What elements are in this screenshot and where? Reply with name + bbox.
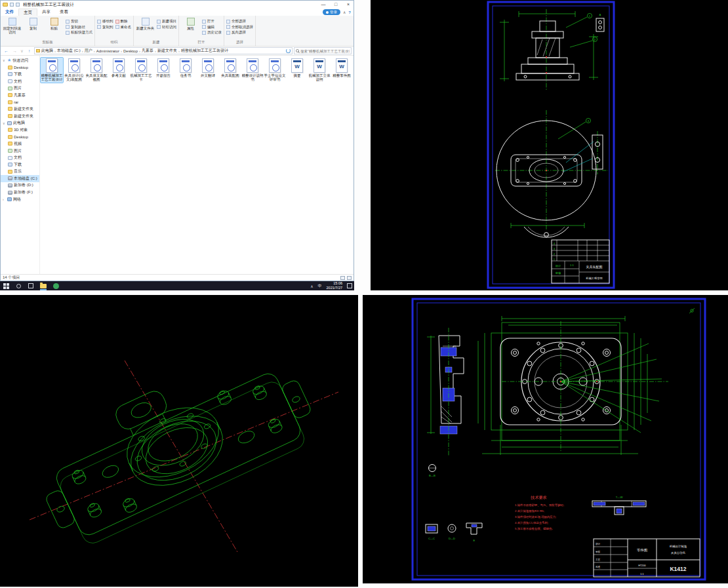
copy-button[interactable]: 复制 xyxy=(24,17,43,40)
tray-expand-icon[interactable]: ∧ xyxy=(310,284,313,288)
breadcrumb-segment[interactable]: 此电脑 xyxy=(41,48,54,54)
file-item[interactable]: 学士学位论文评审书 xyxy=(264,58,286,83)
file-item[interactable]: 精整零件图 xyxy=(331,58,353,83)
select-all-button[interactable]: 全部选择 xyxy=(226,19,253,24)
sidebar-item-downloads-pc[interactable]: 下载 xyxy=(1,161,39,168)
file-item[interactable]: 机械加工工艺卡 xyxy=(130,58,152,83)
back-button[interactable]: ← xyxy=(3,47,10,54)
file-item[interactable]: 精整机械加工工艺工装设计 xyxy=(41,58,63,83)
cad-assembly-panel: 1 2 A 3 xyxy=(371,0,728,290)
taskbar-explorer-button[interactable] xyxy=(39,282,47,290)
copy-path-button[interactable]: 复制路径 xyxy=(66,25,92,29)
quick-access-toolbar-icon[interactable] xyxy=(10,3,14,7)
paste-button[interactable]: 粘贴 xyxy=(45,17,64,40)
sidebar-item-desktop[interactable]: Desktop xyxy=(1,64,39,71)
sidebar-item-this-pc[interactable]: ∨此电脑 xyxy=(1,119,39,127)
sidebar-item-music[interactable]: 音乐 xyxy=(1,168,39,176)
start-button[interactable] xyxy=(2,282,10,290)
details-view-icon[interactable] xyxy=(340,276,345,280)
breadcrumb-segment[interactable]: 用户 xyxy=(84,48,93,54)
sidebar-item-volume-f[interactable]: 新加卷 (F:) xyxy=(1,189,39,196)
rename-icon xyxy=(115,25,119,29)
maximize-button[interactable]: □ xyxy=(331,1,341,9)
sidebar-item-volume-d[interactable]: 新加卷 (D:) xyxy=(1,182,39,189)
search-input[interactable] xyxy=(300,49,350,53)
sidebar-item-quick-access[interactable]: ∨★快速访问 xyxy=(1,57,39,64)
sidebar-item-folder[interactable]: 新建文件夹 xyxy=(1,113,39,120)
address-bar[interactable]: 此电脑› 本地磁盘 (C:)› 用户› Administrator› Deskt… xyxy=(34,47,293,54)
file-item[interactable]: 外文翻译 xyxy=(197,58,219,83)
recent-dropdown-icon[interactable]: ∨ xyxy=(20,47,24,54)
sidebar-item-pictures-pc[interactable]: 图片 xyxy=(1,147,39,155)
invert-selection-button[interactable]: 反向选择 xyxy=(226,30,253,35)
side-view-dims xyxy=(427,336,435,434)
help-icon[interactable]: ? xyxy=(348,10,351,14)
file-item[interactable]: 机械加工立体说明 xyxy=(308,58,331,83)
open-button[interactable]: 打开 xyxy=(202,19,222,24)
up-button[interactable]: ↑ xyxy=(26,47,33,54)
delete-button[interactable]: 删除 xyxy=(115,19,132,24)
file-item[interactable]: 任务书 xyxy=(174,58,197,83)
tab-file[interactable]: 文件 xyxy=(1,9,18,16)
taskbar-search-button[interactable] xyxy=(14,282,22,290)
breadcrumb-segment[interactable]: Administrator xyxy=(96,49,120,53)
file-item[interactable]: 参考文献 xyxy=(108,58,130,83)
cut-button[interactable]: 剪切 xyxy=(66,19,92,24)
sidebar-item-desktop-pc[interactable]: Desktop xyxy=(1,134,39,141)
sidebar-item-folder[interactable]: 凡素慕 xyxy=(1,92,39,99)
properties-button[interactable]: 属性 xyxy=(181,17,200,40)
breadcrumb-segment[interactable]: 新建文件夹 xyxy=(157,48,178,54)
taskbar-browser-button[interactable] xyxy=(52,282,60,290)
tab-view[interactable]: 查看 xyxy=(55,9,73,16)
sidebar-item-videos[interactable]: 视频 xyxy=(1,140,39,147)
svg-text:1: 1 xyxy=(554,258,556,261)
minimize-button[interactable]: — xyxy=(318,1,329,9)
refresh-icon[interactable] xyxy=(286,49,291,53)
forward-button[interactable]: → xyxy=(11,47,18,54)
task-view-button[interactable] xyxy=(27,282,35,290)
sidebar-item-downloads[interactable]: 下载 xyxy=(1,71,39,78)
paste-shortcut-icon xyxy=(66,31,70,35)
taskbar-clock[interactable]: 15:06 2021/7/27 xyxy=(327,281,342,290)
history-button[interactable]: 历史记录 xyxy=(202,30,222,35)
search-box[interactable] xyxy=(294,47,352,54)
file-item[interactable]: 夹具体文装配视图 xyxy=(85,58,108,83)
status-bar: 14 个项目 xyxy=(1,274,354,281)
select-none-button[interactable]: 全部取消选择 xyxy=(226,25,253,29)
move-to-button[interactable]: 移动到 xyxy=(97,19,113,24)
breadcrumb-segment[interactable]: 精整机械加工工艺工装设计 xyxy=(180,48,229,54)
sidebar-item-3d-objects[interactable]: 3D 对象 xyxy=(1,127,39,134)
pin-to-quick-access-button[interactable]: 固定到快速访问 xyxy=(3,17,22,40)
thumbnails-view-icon[interactable] xyxy=(347,276,352,280)
sidebar-item-documents[interactable]: 文档 xyxy=(1,78,39,85)
copy-to-button[interactable]: 复制到 xyxy=(97,25,113,29)
ime-indicator[interactable]: 中 xyxy=(318,283,322,289)
file-item[interactable]: 精整设计说明书 xyxy=(241,58,264,83)
ribbon-collapse-icon[interactable]: ∧ xyxy=(343,10,346,14)
edit-button[interactable]: 编辑 xyxy=(202,25,222,29)
login-badge[interactable]: 登录 xyxy=(323,9,340,15)
rename-button[interactable]: 重命名 xyxy=(115,25,132,29)
file-item[interactable]: 开题报告 xyxy=(152,58,174,83)
file-item[interactable]: 夹具设计(公文)装配图 xyxy=(63,58,85,83)
sidebar-item-documents-pc[interactable]: 文档 xyxy=(1,154,39,161)
breadcrumb-segment[interactable]: 凡素慕 xyxy=(141,48,154,54)
new-item-button[interactable]: 新建项目 xyxy=(157,19,176,24)
sidebar-item-network[interactable]: ›网络 xyxy=(1,196,39,203)
breadcrumb-segment[interactable]: Desktop xyxy=(123,49,138,53)
sidebar-item-pictures[interactable]: 图片 xyxy=(1,85,39,92)
tab-share[interactable]: 共享 xyxy=(37,9,55,16)
paste-shortcut-button[interactable]: 粘贴快捷方式 xyxy=(66,30,92,35)
close-button[interactable]: × xyxy=(343,1,354,9)
sidebar-item-local-disk-c[interactable]: 本地磁盘 (C:) xyxy=(1,175,39,182)
sidebar-item-folder[interactable]: rar xyxy=(1,99,39,106)
action-center-icon[interactable] xyxy=(347,283,352,288)
file-item[interactable]: 摘要 xyxy=(286,58,308,83)
file-item[interactable]: 夹具装配图 xyxy=(219,58,241,83)
new-folder-button[interactable]: 新建文件夹 xyxy=(136,17,155,40)
quick-access-toolbar-icon-2[interactable] xyxy=(16,3,20,7)
easy-access-button[interactable]: 轻松访问 xyxy=(157,25,176,29)
breadcrumb-segment[interactable]: 本地磁盘 (C:) xyxy=(56,48,81,54)
tab-home[interactable]: 主页 xyxy=(18,9,37,16)
sidebar-item-folder[interactable]: 新建文件夹 xyxy=(1,106,39,113)
